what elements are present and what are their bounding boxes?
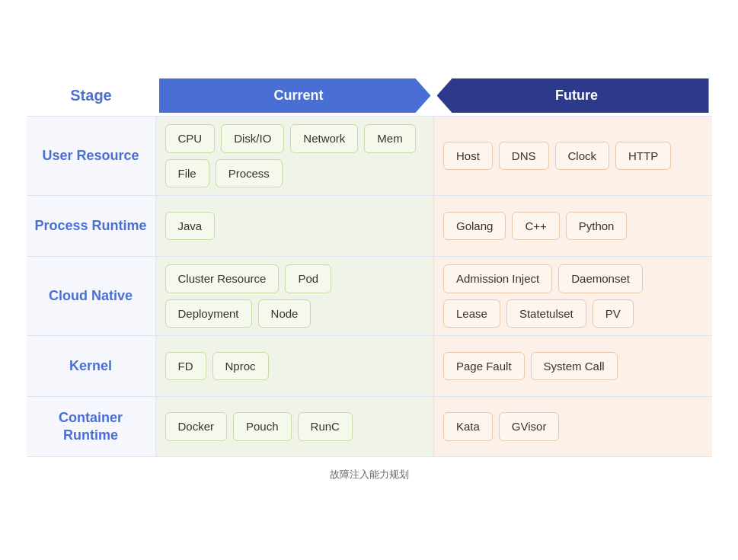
current-tag: Pouch xyxy=(233,412,292,441)
future-tag: Admission Inject xyxy=(443,264,552,293)
future-tag: System Call xyxy=(531,352,618,381)
current-cell: Java xyxy=(156,196,435,256)
current-tag: Pod xyxy=(285,264,331,293)
current-cell: CPUDisk/IONetworkMemFileProcess xyxy=(156,117,435,195)
current-tag: Disk/IO xyxy=(221,124,284,153)
data-row: User ResourceCPUDisk/IONetworkMemFilePro… xyxy=(27,116,712,195)
current-tag: Node xyxy=(258,299,311,328)
header-row: Stage Current Future xyxy=(27,78,712,113)
data-row: Container RuntimeDockerPouchRunCKataGVis… xyxy=(27,396,712,457)
future-tag: GVisor xyxy=(499,412,560,441)
current-tag: Mem xyxy=(364,124,415,153)
current-cell: FDNproc xyxy=(156,336,435,396)
future-tag: Lease xyxy=(443,299,500,328)
current-tag: Deployment xyxy=(165,299,252,328)
stage-cell: Kernel xyxy=(27,336,156,396)
future-tag: Host xyxy=(443,142,493,171)
rows-container: User ResourceCPUDisk/IONetworkMemFilePro… xyxy=(27,116,712,457)
future-tag: Daemonset xyxy=(558,264,643,293)
data-row: Process RuntimeJavaGolangC++Python xyxy=(27,195,712,256)
current-tag: Cluster Resource xyxy=(165,264,280,293)
current-tag: Process xyxy=(216,159,283,188)
future-cell: HostDNSClockHTTP xyxy=(434,117,712,195)
current-tag: Network xyxy=(290,124,358,153)
current-cell: Cluster ResourcePodDeploymentNode xyxy=(156,257,435,335)
future-tag: DNS xyxy=(499,142,549,171)
current-header: Current xyxy=(159,78,431,113)
future-cell: Page FaultSystem Call xyxy=(434,336,712,396)
stage-header: Stage xyxy=(27,78,156,113)
main-container: Stage Current Future User ResourceCPUDis… xyxy=(11,63,727,497)
current-tag: CPU xyxy=(165,124,216,153)
current-tag: Nproc xyxy=(212,352,269,381)
footer-text: 故障注入能力规划 xyxy=(27,468,712,482)
future-tag: Clock xyxy=(555,142,610,171)
future-tag: C++ xyxy=(512,212,559,241)
future-header: Future xyxy=(437,78,709,113)
future-tag: Python xyxy=(566,212,628,241)
future-cell: Admission InjectDaemonsetLeaseStatetulse… xyxy=(434,257,712,335)
current-tag: File xyxy=(165,159,209,188)
current-tag: Docker xyxy=(165,412,228,441)
future-tag: HTTP xyxy=(615,142,671,171)
future-tag: Page Fault xyxy=(443,352,525,381)
future-tag: Statetulset xyxy=(506,299,586,328)
current-tag: FD xyxy=(165,352,206,381)
stage-cell: Process Runtime xyxy=(27,196,156,256)
future-tag: Golang xyxy=(443,212,506,241)
data-row: Cloud NativeCluster ResourcePodDeploymen… xyxy=(27,256,712,335)
future-tag: PV xyxy=(593,299,634,328)
current-tag: Java xyxy=(165,212,216,241)
future-tag: Kata xyxy=(443,412,493,441)
stage-cell: Cloud Native xyxy=(27,257,156,335)
current-tag: RunC xyxy=(298,412,353,441)
future-cell: KataGVisor xyxy=(434,397,712,456)
stage-cell: Container Runtime xyxy=(27,397,156,456)
data-row: KernelFDNprocPage FaultSystem Call xyxy=(27,335,712,396)
future-cell: GolangC++Python xyxy=(434,196,712,256)
stage-cell: User Resource xyxy=(27,117,156,195)
current-cell: DockerPouchRunC xyxy=(156,397,435,456)
